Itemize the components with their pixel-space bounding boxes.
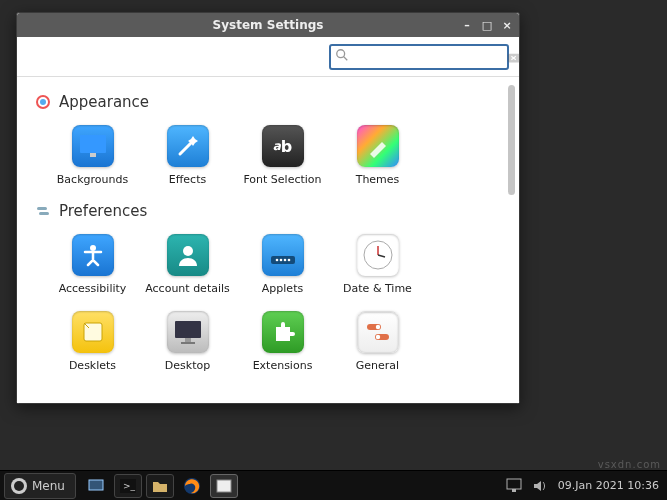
svg-point-9 bbox=[90, 245, 96, 251]
svg-rect-8 bbox=[39, 212, 49, 215]
item-label: Desktop bbox=[165, 359, 210, 372]
close-button[interactable]: × bbox=[499, 17, 515, 33]
item-themes[interactable]: Themes bbox=[330, 119, 425, 196]
item-label: Themes bbox=[356, 173, 400, 186]
svg-rect-7 bbox=[37, 207, 47, 210]
item-label: Font Selection bbox=[243, 173, 321, 186]
svg-point-26 bbox=[375, 335, 379, 339]
terminal-launcher[interactable]: >_ bbox=[114, 474, 142, 498]
svg-text:>_: >_ bbox=[123, 481, 136, 491]
item-applets[interactable]: Applets bbox=[235, 228, 330, 305]
item-desktop[interactable]: Desktop bbox=[140, 305, 235, 382]
svg-rect-32 bbox=[217, 480, 231, 492]
desktop-icon bbox=[167, 311, 209, 353]
section-appearance-title: Appearance bbox=[59, 93, 149, 111]
item-accessibility[interactable]: Accessibility bbox=[45, 228, 140, 305]
svg-point-12 bbox=[275, 259, 278, 262]
network-tray-icon[interactable] bbox=[506, 478, 522, 494]
svg-point-13 bbox=[279, 259, 282, 262]
search-field[interactable] bbox=[329, 44, 509, 70]
item-extensions[interactable]: Extensions bbox=[235, 305, 330, 382]
item-label: General bbox=[356, 359, 399, 372]
preferences-grid: Accessibility Account details Applets Da… bbox=[45, 228, 513, 382]
appearance-section-icon bbox=[35, 94, 51, 110]
clock-icon bbox=[357, 234, 399, 276]
item-label: Accessibility bbox=[59, 282, 127, 295]
menu-label: Menu bbox=[32, 479, 65, 493]
section-preferences-title: Preferences bbox=[59, 202, 147, 220]
appearance-grid: Backgrounds Effects ab Font Selection Th… bbox=[45, 119, 513, 196]
task-settings-window[interactable] bbox=[210, 474, 238, 498]
show-desktop-button[interactable] bbox=[82, 474, 110, 498]
item-label: Account details bbox=[145, 282, 230, 295]
svg-rect-33 bbox=[507, 479, 521, 489]
extensions-icon bbox=[262, 311, 304, 353]
item-general[interactable]: General bbox=[330, 305, 425, 382]
font-icon: ab bbox=[262, 125, 304, 167]
item-label: Desklets bbox=[69, 359, 116, 372]
general-icon bbox=[357, 311, 399, 353]
effects-icon bbox=[167, 125, 209, 167]
item-label: Date & Time bbox=[343, 282, 412, 295]
menu-icon bbox=[11, 478, 27, 494]
svg-rect-20 bbox=[175, 321, 201, 338]
scrollbar[interactable] bbox=[508, 85, 515, 195]
item-label: Effects bbox=[169, 173, 206, 186]
svg-rect-6 bbox=[90, 153, 96, 157]
start-menu-button[interactable]: Menu bbox=[4, 473, 76, 499]
applets-icon bbox=[262, 234, 304, 276]
toolbar bbox=[17, 37, 519, 77]
section-preferences-header: Preferences bbox=[35, 202, 513, 220]
item-desklets[interactable]: Desklets bbox=[45, 305, 140, 382]
svg-rect-34 bbox=[512, 489, 516, 492]
item-font-selection[interactable]: ab Font Selection bbox=[235, 119, 330, 196]
svg-point-10 bbox=[183, 246, 193, 256]
svg-point-4 bbox=[40, 99, 46, 105]
item-backgrounds[interactable]: Backgrounds bbox=[45, 119, 140, 196]
preferences-section-icon bbox=[35, 203, 51, 219]
section-appearance-header: Appearance bbox=[35, 93, 513, 111]
content-area: Appearance Backgrounds Effects ab Font S… bbox=[17, 77, 519, 403]
search-icon bbox=[335, 47, 349, 66]
svg-line-1 bbox=[344, 57, 348, 61]
window-title: System Settings bbox=[213, 18, 324, 32]
search-input[interactable] bbox=[349, 50, 507, 64]
svg-point-15 bbox=[287, 259, 290, 262]
clear-search-icon[interactable] bbox=[507, 50, 521, 64]
account-icon bbox=[167, 234, 209, 276]
svg-rect-5 bbox=[80, 135, 106, 153]
themes-icon bbox=[357, 125, 399, 167]
item-effects[interactable]: Effects bbox=[140, 119, 235, 196]
maximize-button[interactable]: □ bbox=[479, 17, 495, 33]
taskbar: Menu >_ 09.Jan 2021 10:36 bbox=[0, 470, 667, 500]
settings-window: System Settings – □ × Appearance bbox=[16, 12, 520, 404]
volume-tray-icon[interactable] bbox=[532, 478, 548, 494]
svg-rect-28 bbox=[89, 480, 103, 490]
item-date-time[interactable]: Date & Time bbox=[330, 228, 425, 305]
item-label: Backgrounds bbox=[57, 173, 128, 186]
svg-rect-21 bbox=[185, 338, 191, 342]
svg-point-14 bbox=[283, 259, 286, 262]
item-account-details[interactable]: Account details bbox=[140, 228, 235, 305]
backgrounds-icon bbox=[72, 125, 114, 167]
svg-point-24 bbox=[375, 325, 379, 329]
clock[interactable]: 09.Jan 2021 10:36 bbox=[558, 480, 659, 492]
svg-point-0 bbox=[337, 50, 345, 58]
desklets-icon bbox=[72, 311, 114, 353]
titlebar[interactable]: System Settings – □ × bbox=[17, 13, 519, 37]
minimize-button[interactable]: – bbox=[459, 17, 475, 33]
accessibility-icon bbox=[72, 234, 114, 276]
svg-point-27 bbox=[14, 481, 24, 491]
item-label: Applets bbox=[262, 282, 303, 295]
firefox-launcher[interactable] bbox=[178, 474, 206, 498]
watermark: vsxdn.com bbox=[598, 459, 661, 470]
svg-rect-11 bbox=[271, 256, 295, 264]
files-launcher[interactable] bbox=[146, 474, 174, 498]
svg-rect-22 bbox=[181, 342, 195, 344]
system-tray: 09.Jan 2021 10:36 bbox=[498, 478, 667, 494]
item-label: Extensions bbox=[253, 359, 313, 372]
